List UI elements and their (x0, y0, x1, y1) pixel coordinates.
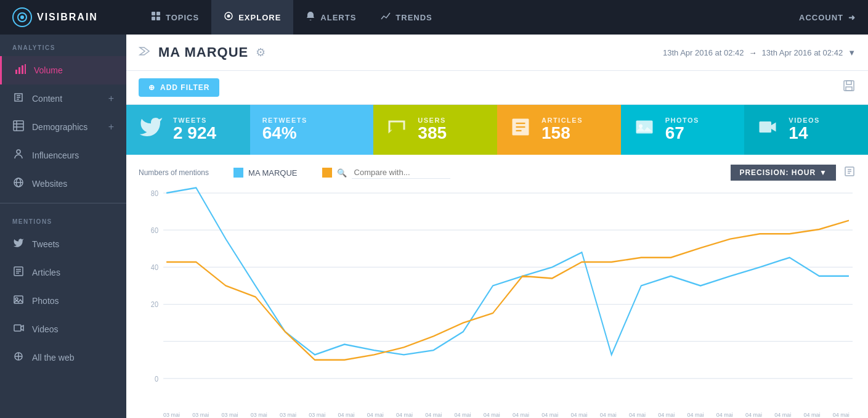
x-label-6: 04 mai00h (338, 412, 355, 418)
stat-retweets-value: 64% (262, 124, 307, 143)
sidebar: ANALYTICS Volume Content + Demographics … (0, 35, 126, 418)
content-add-icon[interactable]: + (108, 93, 114, 104)
sidebar-item-videos[interactable]: Videos (0, 315, 126, 343)
influenceurs-label: Influenceurs (32, 150, 79, 160)
nav-topics-label: TOPICS (166, 13, 199, 22)
date-dropdown-icon[interactable]: ▼ (848, 48, 856, 57)
svg-rect-31 (846, 87, 852, 91)
svg-marker-39 (771, 123, 776, 132)
nav-alerts-label: ALERTS (320, 13, 356, 22)
nav-alerts[interactable]: ALERTS (293, 0, 368, 35)
add-filter-plus-icon: ⊕ (148, 83, 155, 92)
svg-rect-26 (14, 325, 21, 331)
nav-explore[interactable]: EXPLORE (211, 0, 293, 35)
svg-rect-8 (15, 70, 17, 74)
legend-color-2 (322, 168, 332, 178)
nav-explore-label: EXPLORE (238, 13, 281, 22)
stat-videos-icon (756, 116, 779, 144)
sidebar-item-influenceurs[interactable]: Influenceurs (0, 141, 126, 170)
stat-articles-data: ARTICLES 158 (541, 117, 583, 143)
stat-users: USERS 385 (373, 105, 497, 155)
chart-line-series2 (166, 221, 849, 360)
precision-label: PRECISION: HOUR (739, 168, 816, 177)
nav-account[interactable]: ACCOUNT ➜ (799, 13, 856, 22)
top-nav: VISIBRAIN TOPICS EXPLORE ALERTS TRENDS (0, 0, 868, 35)
chart-header: Numbers of mentions MA MARQUE 🔍 PRECISIO… (139, 165, 856, 181)
sidebar-item-all-web[interactable]: All the web (0, 343, 126, 372)
nav-trends[interactable]: TRENDS (368, 0, 444, 35)
svg-rect-11 (25, 64, 26, 74)
all-web-icon (12, 351, 25, 364)
logo-icon (12, 7, 32, 27)
demographics-label: Demographics (32, 122, 87, 132)
sidebar-item-articles[interactable]: Articles (0, 258, 126, 287)
photos-icon (12, 294, 25, 308)
sidebar-item-tweets[interactable]: Tweets (0, 230, 126, 258)
content-label: Content (32, 94, 62, 104)
chart-legend-series2: 🔍 (322, 166, 450, 179)
add-filter-button[interactable]: ⊕ ADD FILTER (139, 78, 219, 97)
sidebar-item-volume[interactable]: Volume (0, 56, 126, 84)
export-icon[interactable] (843, 165, 856, 181)
stat-tweets: TWEETS 2 924 (126, 105, 250, 155)
x-label-9: 04 mai03h (425, 412, 442, 418)
stat-users-data: USERS 385 (418, 117, 447, 143)
svg-text:80: 80 (151, 189, 158, 198)
tweets-icon (12, 237, 25, 251)
x-label-13: 04 mai07h (541, 412, 558, 418)
chart-y-label: Numbers of mentions (139, 168, 209, 177)
svg-rect-38 (760, 121, 772, 133)
sidebar-item-content[interactable]: Content + (0, 84, 126, 113)
svg-rect-30 (846, 81, 851, 84)
precision-dropdown-icon: ▼ (819, 168, 827, 177)
analytics-section-label: ANALYTICS (0, 35, 126, 56)
svg-point-1 (20, 15, 24, 19)
save-button[interactable] (842, 79, 856, 96)
compare-input[interactable] (352, 166, 450, 179)
photos-label: Photos (32, 296, 59, 306)
svg-rect-9 (18, 67, 20, 74)
x-label-11: 04 mai05h (484, 412, 500, 418)
content-icon (12, 92, 25, 105)
stat-photos-icon (633, 116, 655, 144)
videos-icon (12, 322, 25, 336)
mentions-section-label: MENTIONS (0, 208, 126, 230)
articles-icon (12, 266, 25, 279)
legend-color-1 (233, 168, 243, 178)
stat-videos-data: VIDEOS 14 (789, 117, 820, 143)
demographics-icon (12, 120, 25, 134)
chart-svg: 80 60 40 20 0 (139, 186, 856, 408)
sidebar-item-websites[interactable]: Websites (0, 170, 126, 198)
account-arrow-icon: ➜ (848, 13, 856, 22)
demographics-add-icon[interactable]: + (108, 121, 114, 133)
chart-actions: PRECISION: HOUR ▼ (731, 165, 856, 181)
account-label: ACCOUNT (799, 13, 843, 22)
precision-button[interactable]: PRECISION: HOUR ▼ (731, 165, 836, 181)
x-label-4: 03 mai22h (280, 412, 296, 418)
trends-icon (381, 11, 391, 23)
nav-topics[interactable]: TOPICS (139, 0, 211, 35)
x-label-14: 04 mai08h (571, 412, 588, 418)
svg-rect-3 (156, 12, 160, 15)
x-axis-labels: 03 mai18h 03 mai19h 03 mai20h 03 mai21h … (139, 411, 856, 418)
tweets-label: Tweets (32, 239, 59, 249)
stat-articles-value: 158 (541, 124, 583, 143)
sidebar-item-photos[interactable]: Photos (0, 287, 126, 315)
websites-icon (12, 177, 25, 191)
all-web-label: All the web (32, 353, 74, 363)
chart-wrap: 80 60 40 20 0 03 mai18h 03 mai19h (139, 186, 856, 408)
sidebar-item-demographics[interactable]: Demographics + (0, 113, 126, 141)
x-label-16: 04 mai10h (629, 412, 646, 418)
svg-text:40: 40 (151, 263, 158, 272)
svg-marker-27 (21, 326, 23, 330)
filter-bar: ⊕ ADD FILTER (126, 71, 868, 105)
title-tag-icon (139, 46, 151, 59)
stat-tweets-icon (139, 115, 163, 145)
stat-articles: ARTICLES 158 (497, 105, 621, 155)
settings-icon[interactable]: ⚙ (256, 46, 266, 59)
x-label-8: 04 mai02h (396, 412, 413, 418)
websites-label: Websites (32, 179, 67, 189)
x-label-2: 03 mai20h (222, 412, 238, 418)
nav-trends-label: TRENDS (395, 13, 432, 22)
stat-tweets-value: 2 924 (173, 124, 216, 143)
